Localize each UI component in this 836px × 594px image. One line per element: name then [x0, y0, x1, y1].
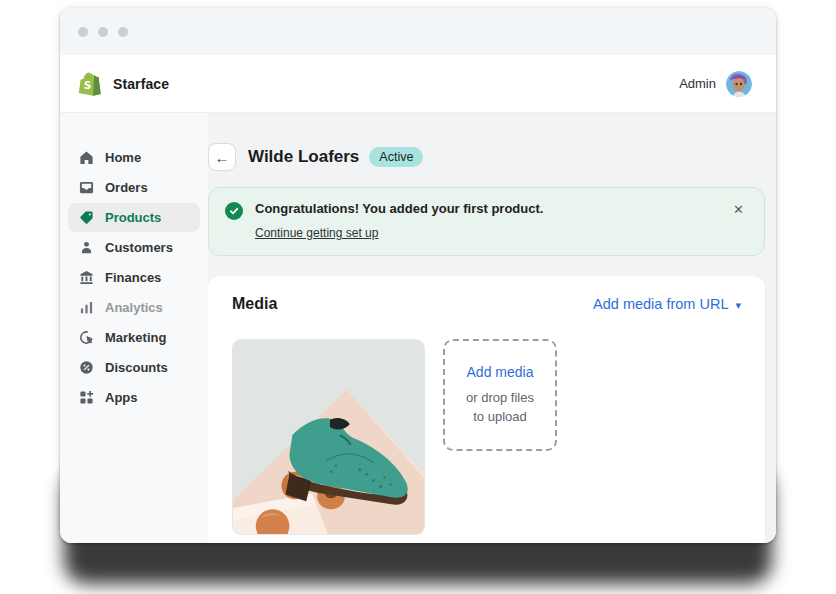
page-header: ← Wilde Loafers Active [208, 143, 765, 171]
sidebar-item-label: Finances [105, 270, 161, 285]
media-card-header: Media Add media from URL ▾ [232, 295, 741, 313]
check-circle-icon [225, 202, 243, 220]
home-icon [78, 150, 94, 166]
window-control-dot[interactable] [118, 27, 128, 37]
page: S Starface Admin [0, 0, 836, 594]
sidebar-item-home[interactable]: Home [68, 143, 200, 172]
main-content: ← Wilde Loafers Active Congratulations! … [208, 113, 776, 543]
media-card-title: Media [232, 295, 277, 313]
sidebar: Home Orders Products [60, 113, 208, 543]
svg-text:S: S [84, 79, 92, 91]
close-icon[interactable]: ✕ [733, 203, 744, 216]
sidebar-item-products[interactable]: Products [68, 203, 200, 232]
add-media-button[interactable]: Add media [467, 364, 534, 380]
sidebar-item-label: Home [105, 150, 141, 165]
shopify-logo-icon: S [78, 71, 103, 96]
sidebar-item-label: Products [105, 210, 161, 225]
sidebar-item-finances[interactable]: Finances [68, 263, 200, 292]
sidebar-item-label: Marketing [105, 330, 166, 345]
media-row: Add media or drop files to upload [232, 339, 741, 535]
sidebar-item-apps[interactable]: Apps [68, 383, 200, 412]
admin-label: Admin [679, 76, 716, 91]
back-arrow-icon: ← [215, 149, 230, 166]
window-chrome-bar [60, 8, 776, 55]
apps-grid-icon [78, 390, 94, 406]
sidebar-item-label: Orders [105, 180, 148, 195]
success-banner: Congratulations! You added your first pr… [208, 187, 765, 256]
status-badge: Active [369, 147, 423, 168]
sidebar-item-label: Apps [105, 390, 138, 405]
add-media-from-url-label: Add media from URL [593, 296, 728, 312]
product-image-thumbnail[interactable] [232, 339, 425, 535]
banner-message: Congratulations! You added your first pr… [255, 201, 723, 216]
account-menu[interactable]: Admin [679, 71, 752, 97]
sidebar-item-label: Discounts [105, 360, 168, 375]
browser-window: S Starface Admin [60, 8, 776, 543]
window-control-dot[interactable] [78, 27, 88, 37]
chevron-down-icon: ▾ [735, 299, 741, 312]
dropzone-hint-line1: or drop files [466, 389, 534, 408]
sidebar-item-orders[interactable]: Orders [68, 173, 200, 202]
add-media-dropzone[interactable]: Add media or drop files to upload [443, 339, 557, 451]
dropzone-hint-line2: to upload [473, 408, 527, 427]
page-title: Wilde Loafers [248, 147, 359, 167]
avatar[interactable] [726, 71, 752, 97]
sidebar-item-analytics[interactable]: Analytics [68, 293, 200, 322]
app-body: Home Orders Products [60, 113, 776, 543]
banner-texts: Congratulations! You added your first pr… [255, 201, 723, 241]
products-tag-icon [78, 210, 94, 226]
bank-icon [78, 270, 94, 286]
window-control-dot[interactable] [98, 27, 108, 37]
percent-badge-icon [78, 360, 94, 376]
media-card: Media Add media from URL ▾ [208, 276, 765, 543]
back-button[interactable]: ← [208, 143, 236, 171]
bar-chart-icon [78, 300, 94, 316]
add-media-from-url-button[interactable]: Add media from URL ▾ [593, 296, 741, 312]
customers-icon [78, 240, 94, 256]
target-cursor-icon [78, 330, 94, 346]
orders-icon [78, 180, 94, 196]
sidebar-item-label: Analytics [105, 300, 163, 315]
store-name: Starface [113, 76, 169, 92]
continue-setup-link[interactable]: Continue getting set up [255, 226, 378, 240]
sidebar-item-marketing[interactable]: Marketing [68, 323, 200, 352]
app-topbar: S Starface Admin [60, 55, 776, 113]
sidebar-item-label: Customers [105, 240, 173, 255]
sidebar-item-discounts[interactable]: Discounts [68, 353, 200, 382]
sidebar-item-customers[interactable]: Customers [68, 233, 200, 262]
